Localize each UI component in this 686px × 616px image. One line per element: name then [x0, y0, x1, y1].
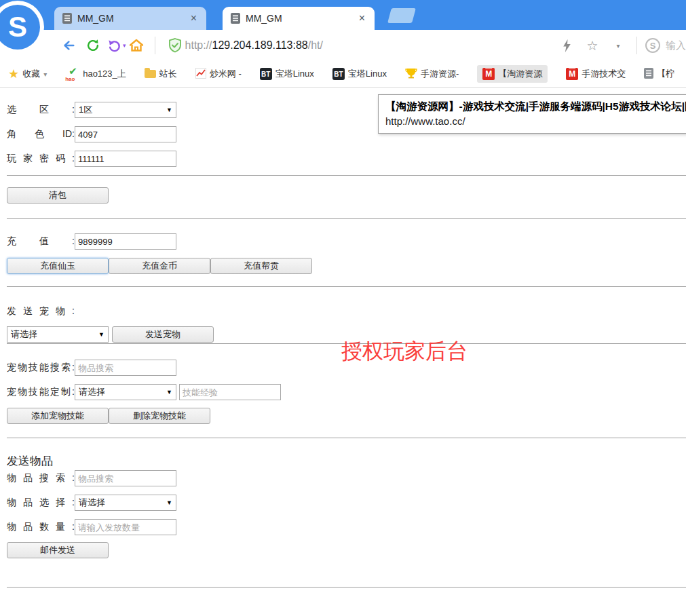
- section-divider: [7, 286, 686, 287]
- bookmark-hao123[interactable]: ✔hao hao123_上: [65, 68, 126, 81]
- bookmark-label: 【柠: [657, 68, 674, 80]
- bookmark-tooltip: 【淘游资源网】-游戏技术交流|手游服务端源码|H5游戏技术论坛|网 http:/…: [378, 94, 686, 134]
- page-doc-icon: [62, 13, 72, 24]
- section-divider: [7, 587, 686, 588]
- remove-pet-skill-button[interactable]: 删除宠物技能: [109, 408, 210, 424]
- undo-button[interactable]: ▾: [107, 38, 126, 53]
- send-pet-label: 发送宠物:: [7, 305, 75, 317]
- bookmark-favorites[interactable]: ★ 收藏 ▾: [8, 66, 47, 81]
- recharge-gold-button[interactable]: 充值金币: [109, 258, 210, 274]
- bookmark-label: 收藏: [22, 68, 40, 80]
- chevron-down-icon: ▼: [166, 389, 172, 396]
- bookmark-label: 手游资源-: [421, 68, 459, 80]
- add-pet-skill-button[interactable]: 添加宠物技能: [7, 408, 109, 424]
- item-select-value: 请选择: [79, 497, 105, 509]
- bookmark-taoyou-ziyuan[interactable]: M 【淘游资源: [477, 65, 548, 83]
- bookmark-label: 【淘游资源: [498, 68, 542, 80]
- watermark-text: 授权玩家后台: [341, 337, 468, 366]
- clear-bag-button[interactable]: 清包: [7, 187, 109, 204]
- item-count-label: 物品数量:: [7, 521, 75, 533]
- bookmark-baota-linux-2[interactable]: BT 宝塔Linux: [332, 68, 387, 80]
- tab-mm-gm-2[interactable]: MM_GM ×: [223, 7, 375, 30]
- tab-title: MM_GM: [246, 13, 358, 24]
- item-count-input[interactable]: [75, 519, 176, 535]
- item-search-input[interactable]: [75, 470, 176, 486]
- item-search-label: 物品搜索:: [7, 472, 75, 484]
- security-shield-icon[interactable]: [165, 35, 185, 56]
- m-icon: M: [482, 68, 495, 80]
- zone-select[interactable]: 1区 ▼: [75, 102, 176, 118]
- doc-icon: [644, 68, 653, 81]
- section-divider: [7, 218, 686, 219]
- bookmarks-bar: ★ 收藏 ▾ ✔hao hao123_上 站长 炒米网 - BT 宝塔Linux…: [0, 61, 686, 88]
- bookmark-label: 宝塔Linux: [348, 68, 387, 80]
- close-icon[interactable]: ×: [189, 13, 198, 24]
- send-item-heading: 发送物品: [7, 455, 686, 468]
- player-password-input[interactable]: [75, 151, 176, 167]
- pet-select[interactable]: 请选择 ▼: [7, 326, 109, 343]
- bookmark-label: 手游技术交: [582, 68, 626, 80]
- chevron-down-icon: ▼: [166, 107, 172, 113]
- trophy-icon: [405, 68, 417, 81]
- bt-icon: BT: [332, 68, 345, 80]
- bookmark-shouyou-ziyuan[interactable]: 手游资源-: [405, 68, 459, 81]
- tab-mm-gm-1[interactable]: MM_GM ×: [54, 7, 206, 30]
- folder-icon: [145, 70, 156, 78]
- sogou-search-icon[interactable]: S: [645, 38, 660, 53]
- recharge-amount-input[interactable]: [75, 233, 176, 250]
- pet-select-value: 请选择: [11, 328, 37, 341]
- tab-title: MM_GM: [77, 13, 189, 24]
- toolbar-divider: [636, 37, 637, 54]
- url-host: 129.204.189.113:88: [212, 39, 308, 52]
- url-path: /ht/: [308, 39, 323, 52]
- item-select-label: 物品选择:: [7, 497, 75, 509]
- bookmark-zhanzhang[interactable]: 站长: [145, 68, 177, 80]
- bookmark-label: hao123_上: [83, 68, 126, 80]
- caret-down-icon: ▾: [43, 71, 47, 78]
- back-button[interactable]: [58, 35, 79, 56]
- chevron-down-icon: ▼: [98, 331, 104, 338]
- zone-label: 选区:: [7, 104, 75, 116]
- bookmark-ning[interactable]: 【柠: [644, 68, 674, 81]
- chart-icon: [195, 68, 206, 81]
- bookmark-baota-linux-1[interactable]: BT 宝塔Linux: [260, 68, 314, 80]
- chevron-down-icon: ▼: [166, 499, 172, 506]
- role-id-input[interactable]: [75, 126, 176, 142]
- address-bar[interactable]: http://129.204.189.113:88/ht/: [165, 35, 323, 56]
- skill-exp-input[interactable]: [179, 384, 281, 400]
- pet-skill-custom-label: 宠物技能定制:: [7, 386, 75, 398]
- toolbar-right: ☆ ▾ S 输入: [551, 35, 686, 56]
- star-dropdown-caret-icon[interactable]: ▾: [608, 35, 628, 56]
- tooltip-url: http://www.tao.cc/: [385, 114, 686, 128]
- recharge-xianyu-button[interactable]: 充值仙玉: [7, 258, 109, 274]
- browser-chrome: MM_GM × MM_GM × S ▾: [0, 0, 686, 88]
- recharge-label: 充值:: [7, 235, 75, 248]
- item-select[interactable]: 请选择 ▼: [75, 495, 176, 511]
- page-doc-icon: [231, 13, 240, 24]
- recharge-banggong-button[interactable]: 充值帮贡: [210, 258, 312, 274]
- pet-skill-search-input[interactable]: [75, 360, 176, 376]
- bookmark-chaomiwang[interactable]: 炒米网 -: [195, 68, 242, 81]
- pet-skill-search-label: 宠物技能搜索:: [7, 362, 75, 374]
- gm-admin-page: 选区: 1区 ▼ 角色ID: 玩家密码: 清包 充值: 充值仙玉 充值金币 充值…: [0, 102, 686, 588]
- bookmark-label: 炒米网 -: [210, 68, 242, 80]
- hao123-icon: ✔hao: [65, 68, 79, 81]
- refresh-button[interactable]: [83, 35, 103, 56]
- sogou-logo-s: S: [0, 5, 40, 50]
- section-divider: [7, 438, 686, 438]
- role-id-label: 角色ID:: [7, 128, 75, 140]
- search-input-hint[interactable]: 输入: [666, 39, 686, 52]
- lightning-icon[interactable]: [556, 35, 577, 56]
- bookmark-label: 宝塔Linux: [275, 68, 314, 80]
- mail-send-button[interactable]: 邮件发送: [7, 542, 109, 558]
- favorite-star-icon[interactable]: ☆: [582, 35, 603, 56]
- toolbar-divider: [155, 37, 155, 54]
- browser-toolbar: ▾ http://129.204.189.113:88/ht/ ☆ ▾ S 输入: [0, 30, 686, 61]
- pet-skill-select[interactable]: 请选择 ▼: [75, 384, 176, 400]
- close-icon[interactable]: ×: [358, 13, 366, 24]
- new-tab-button[interactable]: [387, 8, 416, 23]
- bookmark-shouyou-jishu[interactable]: M 手游技术交: [566, 68, 626, 80]
- home-button[interactable]: [126, 35, 147, 56]
- send-pet-button[interactable]: 发送宠物: [112, 326, 214, 343]
- player-password-label: 玩家密码:: [7, 153, 75, 165]
